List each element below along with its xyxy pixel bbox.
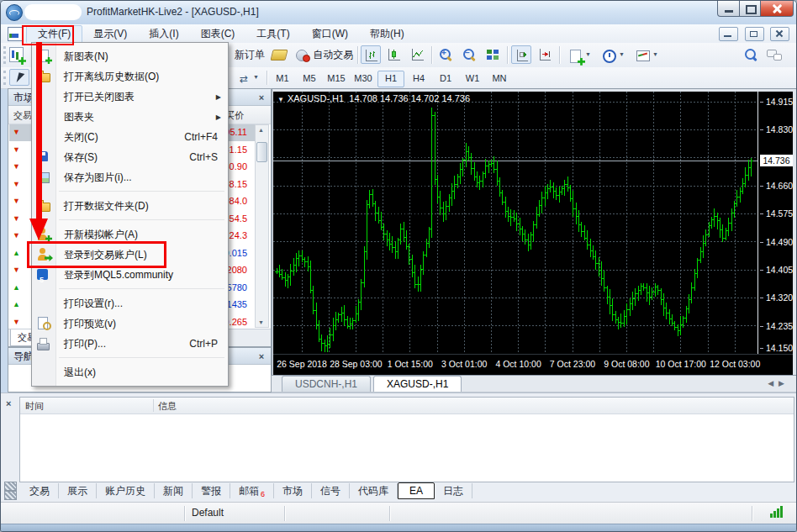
time-tick-label: 7 Oct 23:00 [550,359,595,369]
tab-exposure[interactable]: 展示 [59,483,97,498]
tab-trade[interactable]: 交易 [21,483,59,498]
tab-account-history[interactable]: 账户历史 [97,483,155,498]
timeframe-m1[interactable]: M1 [270,71,295,86]
timeframe-h4[interactable]: H4 [406,71,431,86]
menu-item-label: 打印预览(v) [64,318,116,329]
eraser-icon[interactable] [270,50,288,61]
tab-codebase[interactable]: 代码库 [350,483,398,498]
menu-item-print[interactable]: 打印(P)...Ctrl+P [32,334,228,354]
symbols-button[interactable]: ⇄▼ [231,69,264,86]
auto-scroll-button[interactable] [535,45,555,64]
menubar-item-window[interactable]: 窗口(W) [301,25,359,42]
tab-news[interactable]: 新闻 [155,483,193,498]
time-tick-label: 9 Oct 08:00 [604,359,649,369]
new-order-button[interactable]: 新订单 [230,45,270,64]
search-button[interactable] [741,45,761,64]
toolbar-drag-handle[interactable] [3,46,8,64]
cursor-tool-button[interactable] [9,69,29,86]
scroll-up-icon[interactable]: ▲ [257,127,265,133]
timeframe-m30[interactable]: M30 [351,71,376,86]
chat-button[interactable] [764,45,784,64]
mdi-close-button[interactable] [770,27,789,41]
menu-item-exit[interactable]: 退出(x) [32,362,228,382]
chart-tab-xagusdh1[interactable]: XAGUSD-,H1 [373,376,462,392]
time-tick-label: 1 Oct 15:00 [388,359,433,369]
menu-item-close[interactable]: 关闭(C)Ctrl+F4 [32,127,228,147]
timeframe-mn[interactable]: MN [487,71,512,86]
close-button[interactable] [760,1,794,17]
timeframe-h1[interactable]: H1 [377,71,404,87]
menu-item-new-chart[interactable]: 新图表(N) [32,46,228,66]
periods-button[interactable]: ▼ [597,45,630,64]
mdi-restore-button[interactable] [745,27,764,41]
menu-item-open-offline[interactable]: 打开离线历史数据(O) [32,66,228,87]
toolbar-drag-handle[interactable] [3,71,8,85]
maximize-button[interactable] [739,1,761,17]
chart-tab-usdcnhh1[interactable]: USDCNH-,H1 [282,376,371,392]
autotrade-button[interactable]: 自动交易 [290,45,358,64]
menubar-item-insert[interactable]: 插入(I) [138,25,189,42]
menu-item-profiles[interactable]: 图表夹▶ [32,107,228,127]
chart-line-button[interactable] [408,45,428,64]
arrow-down-icon: ▼ [13,180,20,188]
menubar-item-charts[interactable]: 图表(C) [190,25,246,42]
market-watch-close-icon[interactable]: × [256,92,267,103]
scrollbar-thumb[interactable] [256,142,267,162]
tab-scroll-arrows[interactable]: ◀▶ [768,379,789,387]
navigator-close-icon[interactable]: × [256,350,267,362]
menu-item-save[interactable]: 保存(S)Ctrl+S [32,147,228,167]
chart-window-icon[interactable] [8,27,23,41]
scroll-down-icon[interactable]: ▼ [257,319,265,325]
timeframe-d1[interactable]: D1 [433,71,458,86]
chart-bars-button[interactable] [361,45,381,64]
templates-button[interactable]: ▼ [631,45,663,64]
chart-candles-button[interactable] [384,45,404,64]
app-window: ProfitMarketHK-Live2 - [XAGUSD-,H1] 文件(F… [0,0,797,532]
chart-right-margin [793,89,797,375]
menubar-item-help[interactable]: 帮助(H) [359,25,415,42]
status-bar: Default [1,502,797,524]
tile-windows-button[interactable] [483,45,503,64]
minimize-button[interactable] [717,1,740,17]
timeframe-w1[interactable]: W1 [460,71,485,86]
column-header-time[interactable]: 时间 [25,400,44,413]
profile-label[interactable]: Default [192,507,224,519]
zoom-in-button[interactable]: + [435,45,456,64]
chart-shift-button[interactable] [511,45,531,64]
zoom-out-button[interactable]: − [459,45,479,64]
market-watch-scrollbar[interactable]: ▲ ▼ [255,124,269,328]
price-scale[interactable]: 14.91514.83014.66014.57514.49014.40514.3… [758,92,794,354]
tab-mailbox[interactable]: 邮箱6 [230,483,274,498]
timeframe-m5[interactable]: M5 [297,71,322,86]
bid-price: 5780 [227,282,247,292]
line-chart-icon [411,48,425,61]
mdi-window-buttons [716,27,789,45]
tab-market[interactable]: 市场 [274,483,312,498]
chevron-down-icon[interactable]: ▼ [277,96,284,103]
mdi-minimize-button[interactable] [719,27,738,41]
price-tick-label: 14.150 [760,343,793,353]
menubar-item-tools[interactable]: 工具(T) [245,25,300,42]
menu-item-print-preview[interactable]: 打印预览(v) [32,313,228,334]
column-divider[interactable] [153,399,154,412]
chart-plot[interactable]: ▼XAGUSD-,H1 14.708 14.736 14.702 14.736 [273,92,757,354]
new-chart-icon[interactable] [9,47,24,62]
file-menu-dropdown: 新图表(N)打开离线历史数据(O)打开已关闭图表▶图表夹▶关闭(C)Ctrl+F… [31,42,229,387]
menubar-item-view[interactable]: 显示(V) [82,25,138,42]
terminal-close-icon[interactable]: × [6,398,11,408]
window-bottom-frame [1,524,797,532]
column-header-message[interactable]: 信息 [158,400,177,413]
tab-mailbox-alerts[interactable]: 警报 [193,483,230,498]
tab-journal[interactable]: 日志 [435,483,472,498]
tab-ea[interactable]: EA [398,482,435,499]
menu-item-print-setup[interactable]: 打印设置(r)... [32,293,228,313]
indicators-button[interactable]: ▼ [563,45,596,64]
menu-item-save-picture[interactable]: 保存为图片(i)... [32,167,228,187]
timeframe-m15[interactable]: M15 [324,71,349,86]
time-tick-label: 26 Sep 2018 [277,359,327,369]
time-axis[interactable]: 26 Sep 201828 Sep 03:001 Oct 15:003 Oct … [273,354,794,375]
arrow-down-icon: ▼ [13,145,20,154]
menu-item-open-closed-chart[interactable]: 打开已关闭图表▶ [32,87,228,107]
menu-item-data-folder[interactable]: 打开数据文件夹(D) [32,196,228,216]
tab-signals[interactable]: 信号 [312,483,350,498]
